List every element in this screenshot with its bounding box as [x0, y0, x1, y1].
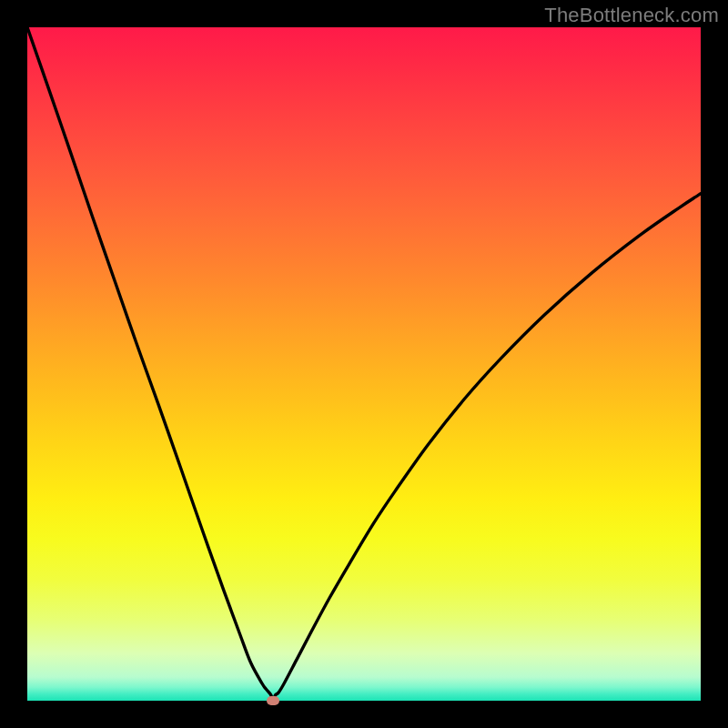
curve-svg — [27, 27, 701, 701]
bottleneck-marker — [267, 696, 279, 705]
chart-frame: TheBottleneck.com — [0, 0, 728, 728]
bottleneck-curve-line — [27, 27, 701, 701]
watermark-text: TheBottleneck.com — [544, 4, 719, 27]
plot-area — [27, 27, 701, 701]
